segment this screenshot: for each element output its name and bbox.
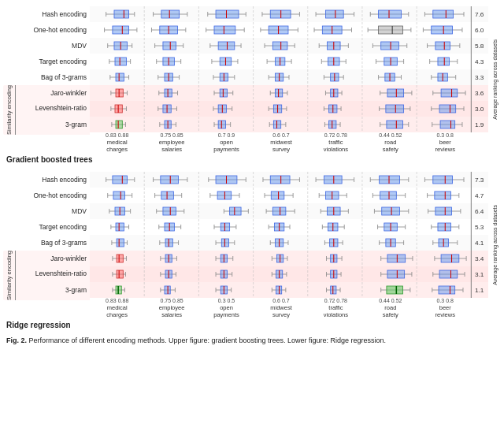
svg-text:4.3: 4.3 bbox=[475, 58, 484, 65]
svg-rect-389 bbox=[435, 191, 451, 199]
svg-rect-7 bbox=[90, 101, 488, 117]
svg-rect-85 bbox=[432, 26, 453, 34]
svg-rect-600 bbox=[387, 286, 403, 294]
lower-row-label-target: Target encoding bbox=[3, 219, 90, 235]
svg-rect-296 bbox=[387, 121, 403, 128]
svg-text:5.3: 5.3 bbox=[475, 224, 484, 231]
svg-rect-420 bbox=[382, 207, 400, 215]
svg-rect-467 bbox=[117, 239, 124, 247]
svg-rect-224 bbox=[387, 89, 404, 97]
svg-text:5.8: 5.8 bbox=[475, 43, 484, 50]
lower-plot-area: 7.3 bbox=[90, 172, 488, 318]
svg-rect-359 bbox=[113, 191, 124, 199]
lower-avg-label: Average ranking across datasets bbox=[488, 172, 501, 318]
svg-rect-24 bbox=[161, 10, 180, 18]
lower-row-label-onehot: One-hot encoding bbox=[3, 188, 90, 203]
upper-dataset-labels: medicalcharges employeesalaries openpaym… bbox=[90, 139, 488, 153]
row-label-target: Target encoding bbox=[3, 54, 90, 69]
upper-chart-svg: 7.6 bbox=[90, 6, 488, 132]
row-label-bag3gram: Bag of 3-grams bbox=[3, 69, 90, 85]
svg-rect-265 bbox=[439, 105, 456, 113]
svg-rect-425 bbox=[435, 207, 452, 215]
lower-x-ticks: 0.83 0.88 0.75 0.85 0.3 0.5 0.6 0.7 0.72… bbox=[90, 298, 488, 303]
figure-caption: Fig. 2. Performance of different encodin… bbox=[3, 333, 501, 346]
svg-rect-19 bbox=[114, 10, 129, 18]
svg-rect-301 bbox=[440, 121, 455, 128]
row-label-onehot: One-hot encoding bbox=[3, 22, 90, 38]
row-label-lev: Levenshtein-ratio bbox=[17, 101, 90, 117]
svg-rect-605 bbox=[439, 286, 455, 294]
svg-rect-311 bbox=[90, 266, 488, 282]
svg-text:3.0: 3.0 bbox=[475, 106, 484, 113]
svg-text:7.6: 7.6 bbox=[475, 11, 484, 18]
svg-text:3.4: 3.4 bbox=[475, 255, 484, 262]
svg-rect-364 bbox=[161, 191, 173, 199]
svg-text:6.4: 6.4 bbox=[475, 208, 484, 215]
svg-rect-65 bbox=[214, 26, 235, 34]
upper-section-title: Gradient boosted trees bbox=[6, 154, 501, 164]
svg-rect-101 bbox=[218, 42, 235, 50]
svg-rect-312 bbox=[90, 282, 488, 298]
svg-rect-461 bbox=[438, 223, 451, 231]
svg-rect-204 bbox=[165, 89, 172, 97]
svg-rect-308 bbox=[90, 235, 488, 251]
svg-rect-271 bbox=[116, 121, 122, 128]
svg-text:3.1: 3.1 bbox=[475, 271, 484, 278]
svg-rect-49 bbox=[433, 10, 454, 18]
row-label-3gram: 3-gram bbox=[17, 117, 90, 132]
lower-dataset-labels: medicalcharges employeesalaries openpaym… bbox=[90, 304, 488, 318]
upper-avg-label: Average ranking across datasets bbox=[488, 6, 501, 153]
svg-rect-106 bbox=[272, 42, 287, 50]
svg-rect-384 bbox=[380, 191, 397, 199]
svg-text:6.0: 6.0 bbox=[475, 27, 484, 34]
svg-text:4.7: 4.7 bbox=[475, 192, 484, 199]
svg-rect-400 bbox=[163, 207, 176, 215]
lower-section-title: Ridge regression bbox=[6, 320, 501, 329]
svg-rect-121 bbox=[435, 42, 450, 50]
svg-rect-353 bbox=[433, 176, 453, 184]
row-label-jaro: Jaro-winkler bbox=[17, 85, 90, 101]
lower-chart-svg: 7.3 bbox=[90, 172, 488, 298]
svg-rect-163 bbox=[116, 73, 124, 81]
lower-row-label-bag3gram: Bag of 3-grams bbox=[3, 235, 90, 251]
svg-rect-328 bbox=[161, 176, 179, 184]
svg-rect-8 bbox=[90, 117, 488, 132]
upper-plot-area: 7.6 bbox=[90, 6, 488, 153]
svg-rect-374 bbox=[271, 191, 284, 199]
svg-rect-533 bbox=[441, 255, 459, 262]
svg-rect-127 bbox=[115, 58, 126, 65]
svg-rect-343 bbox=[324, 176, 342, 184]
svg-rect-39 bbox=[325, 10, 343, 18]
svg-text:3.6: 3.6 bbox=[475, 90, 484, 97]
row-label-hash: Hash encoding bbox=[3, 6, 90, 22]
lower-row-label-lev: Levenshtein-ratio bbox=[17, 266, 90, 282]
lower-row-label-3gram: 3-gram bbox=[17, 282, 90, 298]
svg-rect-157 bbox=[438, 58, 449, 65]
lower-row-label-mdv: MDV bbox=[3, 203, 90, 219]
svg-rect-229 bbox=[441, 89, 458, 97]
svg-rect-55 bbox=[113, 26, 129, 34]
svg-rect-410 bbox=[272, 207, 286, 215]
svg-rect-96 bbox=[163, 42, 176, 50]
similarity-label-upper: Similarity encoding bbox=[6, 85, 13, 135]
svg-rect-431 bbox=[116, 223, 124, 231]
svg-rect-44 bbox=[379, 10, 402, 18]
svg-rect-116 bbox=[381, 42, 399, 50]
svg-rect-564 bbox=[387, 270, 405, 278]
upper-chart-section: Hash encoding One-hot encoding MDV Targe… bbox=[3, 6, 501, 164]
svg-rect-472 bbox=[165, 239, 172, 247]
svg-rect-528 bbox=[387, 255, 406, 262]
upper-x-ticks: 0.83 0.88 0.75 0.85 0.7 0.9 0.6 0.7 0.72… bbox=[90, 132, 488, 138]
svg-text:1.9: 1.9 bbox=[475, 121, 484, 128]
svg-text:4.1: 4.1 bbox=[475, 240, 484, 247]
svg-text:7.3: 7.3 bbox=[475, 177, 484, 184]
svg-rect-323 bbox=[113, 176, 128, 184]
lower-row-label-jaro: Jaro-winkler bbox=[17, 251, 90, 266]
svg-rect-338 bbox=[270, 176, 290, 184]
lower-chart-section: Hash encoding One-hot encoding MDV Targe… bbox=[3, 172, 501, 329]
svg-text:1.1: 1.1 bbox=[475, 287, 484, 294]
svg-rect-260 bbox=[386, 105, 404, 113]
svg-rect-539 bbox=[117, 270, 123, 278]
svg-rect-80 bbox=[379, 26, 403, 34]
similarity-label-lower: Similarity encoding bbox=[6, 251, 13, 300]
